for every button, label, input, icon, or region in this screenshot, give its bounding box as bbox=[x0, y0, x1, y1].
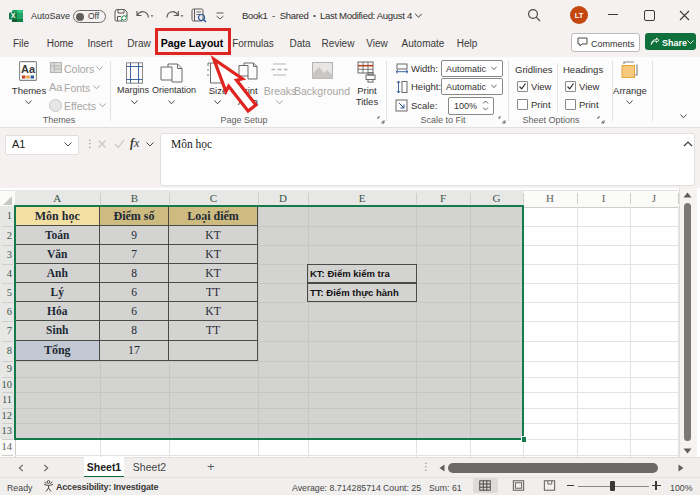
svg-text:Aa: Aa bbox=[21, 63, 36, 75]
svg-text:X: X bbox=[11, 12, 16, 19]
